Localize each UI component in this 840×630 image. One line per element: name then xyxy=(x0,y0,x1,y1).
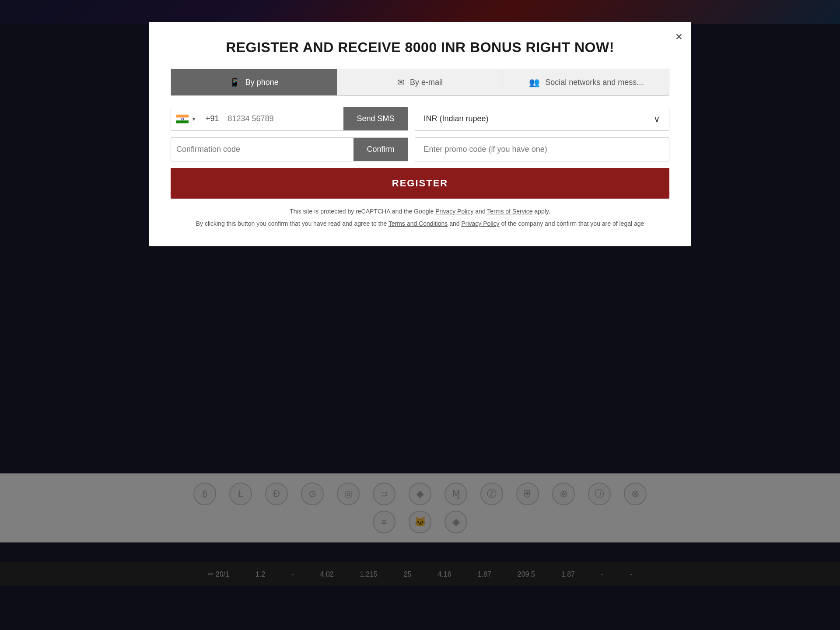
registration-tabs: 📱 By phone ✉ By e-mail 👥 Social networks… xyxy=(171,69,669,96)
legal-text-1: This site is protected by reCAPTCHA and … xyxy=(171,206,669,216)
tab-phone[interactable]: 📱 By phone xyxy=(171,69,337,95)
tab-email-label: By e-mail xyxy=(410,78,443,87)
email-tab-icon: ✉ xyxy=(397,77,405,88)
legal-text-2: By clicking this button you confirm that… xyxy=(171,219,669,228)
privacy-policy-link[interactable]: Privacy Policy xyxy=(435,208,473,215)
confirmation-group: Confirm xyxy=(171,137,408,161)
currency-chevron-icon: ∨ xyxy=(654,114,660,124)
confirmation-input[interactable] xyxy=(171,138,354,161)
send-sms-button[interactable]: Send SMS xyxy=(343,107,407,130)
svg-rect-0 xyxy=(176,115,189,118)
currency-value: INR (Indian rupee) xyxy=(424,114,489,123)
modal-title: REGISTER AND RECEIVE 8000 INR BONUS RIGH… xyxy=(171,39,669,56)
terms-of-service-link[interactable]: Terms of Service xyxy=(487,208,532,215)
india-flag-icon xyxy=(176,115,189,123)
confirm-button[interactable]: Confirm xyxy=(354,138,407,161)
modal-overlay: × REGISTER AND RECEIVE 8000 INR BONUS RI… xyxy=(0,0,840,630)
tab-phone-label: By phone xyxy=(245,78,279,87)
close-button[interactable]: × xyxy=(676,31,682,43)
tab-email[interactable]: ✉ By e-mail xyxy=(337,69,504,95)
registration-modal: × REGISTER AND RECEIVE 8000 INR BONUS RI… xyxy=(149,22,691,246)
privacy-policy-2-link[interactable]: Privacy Policy xyxy=(461,220,499,227)
phone-group: ▼ +91 Send SMS xyxy=(171,107,408,131)
phone-input[interactable] xyxy=(222,107,343,130)
confirmation-promo-row: Confirm xyxy=(171,137,669,161)
svg-rect-2 xyxy=(176,120,189,123)
register-button[interactable]: REGISTER xyxy=(171,168,669,199)
country-chevron-icon: ▼ xyxy=(191,116,196,122)
country-selector[interactable]: ▼ xyxy=(171,107,202,130)
terms-conditions-link[interactable]: Terms and Conditions xyxy=(388,220,448,227)
promo-input[interactable] xyxy=(415,137,670,161)
currency-dropdown[interactable]: INR (Indian rupee) ∨ xyxy=(415,107,670,131)
tab-social-label: Social networks and mess... xyxy=(545,78,643,87)
social-tab-icon: 👥 xyxy=(529,77,540,88)
svg-point-4 xyxy=(182,119,183,119)
tab-social[interactable]: 👥 Social networks and mess... xyxy=(503,69,669,95)
phone-currency-row: ▼ +91 Send SMS INR (Indian rupee) ∨ xyxy=(171,107,669,131)
country-code: +91 xyxy=(202,107,223,130)
phone-tab-icon: 📱 xyxy=(229,77,240,88)
